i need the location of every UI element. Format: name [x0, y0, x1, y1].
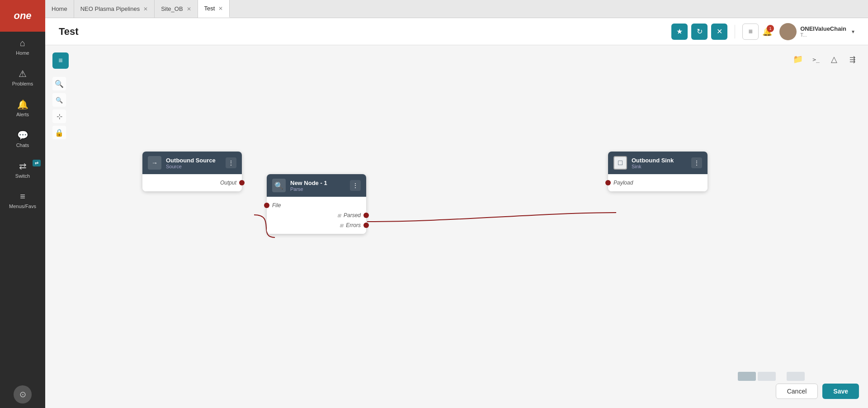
tab-test-close[interactable]: ✕ [218, 5, 223, 12]
pipeline-canvas-area[interactable]: ≡ 📁 >_ △ ⇶ 🔍 🔍 ⊹ 🔒 → [45, 45, 868, 408]
fit-screen-button[interactable]: ⊹ [52, 109, 66, 123]
parse-parsed-dot[interactable] [363, 213, 369, 218]
source-output-label: Output [220, 180, 236, 186]
tab-neo-plasma[interactable]: NEO Plasma Pipelines ✕ [74, 0, 155, 18]
sink-node-title: Outbound Sink [632, 157, 687, 164]
tab-site-ob[interactable]: Site_OB ✕ [155, 0, 198, 18]
outbound-sink-node[interactable]: □ Outbound Sink Sink ⋮ Payload [608, 152, 708, 191]
star-button[interactable]: ★ [671, 24, 688, 40]
outbound-source-node[interactable]: → Outbound Source Source ⋮ Output [142, 152, 242, 191]
tab-home[interactable]: Home [45, 0, 74, 18]
sink-payload-dot[interactable] [605, 180, 611, 185]
parse-parsed-port: ⊞ Parsed [272, 210, 361, 220]
sidebar-item-problems[interactable]: ⚠ Problems [0, 62, 45, 93]
parse-node-title: New Node - 1 [290, 180, 345, 186]
deploy-icon[interactable]: △ [827, 52, 841, 66]
sidebar-label-menus: Menus/Favs [9, 204, 36, 209]
header-divider [735, 25, 735, 38]
canvas-toolbar: ≡ [52, 52, 69, 69]
source-node-body: Output [142, 174, 242, 191]
switch-badge: ⇄ [33, 160, 41, 166]
sink-node-text: Outbound Sink Sink [632, 157, 687, 169]
page-header: Test ★ ↻ ✕ ≡ 🔔 1 ONEIValueChain T... ▾ [45, 18, 868, 45]
alerts-icon: 🔔 [17, 99, 28, 110]
notification-bell[interactable]: 🔔 1 [762, 27, 772, 37]
canvas-menu-icon: ≡ [58, 57, 62, 65]
logo-text: one [14, 10, 31, 22]
tab-home-label: Home [52, 5, 67, 12]
user-dropdown-icon[interactable]: ▾ [852, 28, 854, 35]
refresh-button[interactable]: ↻ [691, 24, 708, 40]
tab-bar: Home NEO Plasma Pipelines ✕ Site_OB ✕ Te… [45, 0, 868, 18]
parse-file-dot[interactable] [264, 203, 269, 208]
parse-node-menu[interactable]: ⋮ [350, 180, 361, 191]
parse-errors-port: ⊞ Errors [272, 220, 361, 230]
save-button[interactable]: Save [822, 384, 859, 399]
mini-node-3 [787, 372, 805, 381]
tab-test-label: Test [204, 5, 215, 12]
parse-node-header: 🔍 New Node - 1 Parse ⋮ [267, 174, 366, 197]
parse-errors-dot[interactable] [363, 223, 369, 228]
mini-node-1 [738, 372, 756, 381]
tab-neo-plasma-label: NEO Plasma Pipelines [80, 5, 140, 12]
parse-errors-label: Errors [346, 222, 361, 228]
header-user-sub: T... [800, 32, 846, 38]
source-node-icon: → [148, 156, 161, 170]
cancel-button[interactable]: Cancel [776, 384, 818, 399]
sidebar-item-home[interactable]: ⌂ Home [0, 32, 45, 62]
sidebar-label-alerts: Alerts [16, 112, 29, 117]
tab-test[interactable]: Test ✕ [198, 0, 230, 18]
errors-icon: ⊞ [340, 223, 343, 228]
source-output-dot[interactable] [239, 180, 245, 185]
parse-node-body: File ⊞ Parsed ⊞ Errors [267, 197, 366, 234]
problems-icon: ⚠ [19, 68, 27, 79]
main-area: Home NEO Plasma Pipelines ✕ Site_OB ✕ Te… [45, 0, 868, 408]
parse-parsed-label: Parsed [344, 212, 361, 218]
app-logo[interactable]: one [0, 0, 45, 32]
sink-node-sub: Sink [632, 164, 687, 169]
source-output-port: Output [148, 178, 236, 188]
parse-node[interactable]: 🔍 New Node - 1 Parse ⋮ File ⊞ Parsed [267, 174, 366, 234]
sidebar-label-problems: Problems [12, 81, 33, 86]
sink-node-menu[interactable]: ⋮ [691, 157, 702, 168]
lock-button[interactable]: 🔒 [52, 126, 66, 139]
parse-file-label: File [272, 202, 281, 209]
avatar-icon: ⊙ [19, 389, 26, 399]
sidebar-item-switch[interactable]: ⇄ ⇄ Switch [0, 154, 45, 185]
canvas-footer: Cancel Save [776, 384, 859, 399]
sink-node-icon: □ [613, 156, 627, 170]
notification-badge: 1 [767, 25, 774, 32]
source-node-menu[interactable]: ⋮ [226, 157, 236, 168]
header-user-name: ONEIValueChain [800, 25, 846, 32]
source-node-title: Outbound Source [166, 157, 221, 164]
source-node-sub: Source [166, 164, 221, 169]
sink-node-header: □ Outbound Sink Sink ⋮ [608, 152, 708, 174]
tab-neo-plasma-close[interactable]: ✕ [143, 6, 148, 12]
sidebar-item-menus[interactable]: ≡ Menus/Favs [0, 185, 45, 215]
tab-site-ob-close[interactable]: ✕ [187, 6, 191, 12]
close-button[interactable]: ✕ [711, 24, 727, 40]
zoom-out-button[interactable]: 🔍 [52, 93, 66, 107]
terminal-icon[interactable]: >_ [809, 52, 823, 66]
header-avatar[interactable] [779, 23, 797, 40]
chats-icon: 💬 [17, 130, 28, 141]
parse-node-icon: 🔍 [272, 179, 286, 192]
connections-svg [45, 45, 868, 408]
sidebar-item-chats[interactable]: 💬 Chats [0, 123, 45, 154]
canvas-top-right-tools: 📁 >_ △ ⇶ [791, 52, 859, 66]
zoom-in-button[interactable]: 🔍 [52, 77, 66, 90]
header-user-info: ONEIValueChain T... [800, 25, 846, 38]
page-title: Test [59, 26, 671, 38]
sidebar-user-avatar[interactable]: ⊙ [14, 385, 32, 403]
sidebar-item-alerts[interactable]: 🔔 Alerts [0, 93, 45, 123]
canvas-menu-button[interactable]: ≡ [52, 52, 69, 69]
run-icon[interactable]: ⇶ [845, 52, 859, 66]
menus-icon: ≡ [20, 191, 25, 202]
open-folder-icon[interactable]: 📁 [791, 52, 805, 66]
parse-node-text: New Node - 1 Parse [290, 180, 345, 192]
parsed-icon: ⊞ [337, 213, 341, 218]
sidebar-label-switch: Switch [15, 173, 30, 179]
parse-file-port: File [272, 200, 361, 210]
switch-icon: ⇄ [19, 161, 27, 171]
menu-button[interactable]: ≡ [742, 24, 759, 40]
